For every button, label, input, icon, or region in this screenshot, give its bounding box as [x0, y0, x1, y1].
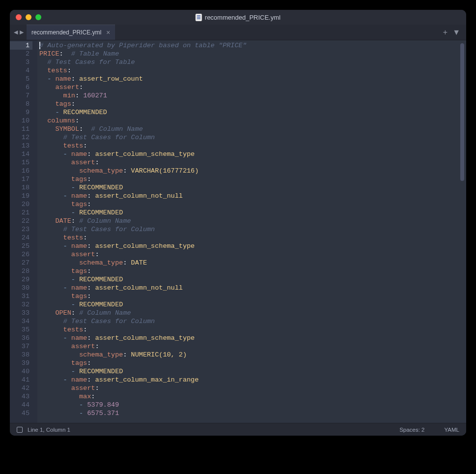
code-line[interactable]: # Auto-generated by Piperider based on t… — [39, 41, 466, 50]
token-key: tags — [71, 267, 87, 275]
token-key: tests — [63, 326, 84, 333]
code-line[interactable]: - RECOMMENDED — [39, 208, 466, 217]
token-punc: : — [87, 201, 91, 208]
minimize-window-button[interactable] — [26, 14, 31, 20]
cursor-position[interactable]: Line 1, Column 1 — [28, 427, 70, 433]
line-number: 26 — [10, 250, 32, 259]
code-line[interactable]: - RECOMMENDED — [39, 300, 466, 309]
code-line[interactable]: columns: — [39, 117, 466, 125]
line-number: 40 — [10, 367, 32, 376]
code-line[interactable]: schema_type: NUMERIC(10, 2) — [39, 351, 466, 359]
tab-menu-icon[interactable]: ▼ — [452, 28, 460, 37]
code-line[interactable]: tests: — [39, 142, 466, 150]
code-content[interactable]: # Auto-generated by Piperider based on t… — [37, 40, 466, 423]
code-line[interactable]: DATE: # Column Name — [39, 217, 466, 225]
code-line[interactable]: - name: assert_column_max_in_range — [39, 376, 466, 384]
tab-label: recommended_PRICE.yml — [31, 29, 101, 36]
code-line[interactable]: # Test Cases for Column — [39, 225, 466, 234]
token-plain — [39, 125, 55, 133]
code-line[interactable]: schema_type: DATE — [39, 259, 466, 267]
token-plain — [39, 385, 71, 392]
panel-toggle-icon[interactable] — [17, 427, 23, 433]
traffic-lights — [16, 14, 41, 20]
token-comment: # Column Name — [91, 125, 143, 133]
close-tab-icon[interactable]: × — [106, 29, 110, 36]
code-line[interactable]: schema_type: VARCHAR(16777216) — [39, 167, 466, 175]
code-line[interactable]: - name: assert_column_not_null — [39, 284, 466, 292]
token-plain — [39, 109, 55, 116]
file-tab[interactable]: recommended_PRICE.yml × — [27, 25, 115, 40]
token-plain — [39, 343, 71, 350]
code-line[interactable]: - RECOMMENDED — [39, 275, 466, 284]
token-key: assert — [71, 159, 95, 166]
token-key: OPEN — [55, 309, 71, 317]
code-line[interactable]: # Test Cases for Column — [39, 317, 466, 326]
code-line[interactable]: tests: — [39, 326, 466, 334]
code-line[interactable]: - name: assert_column_not_null — [39, 192, 466, 200]
code-line[interactable]: # Test Cases for Table — [39, 58, 466, 66]
code-line[interactable]: assert: — [39, 384, 466, 392]
code-line[interactable]: assert: — [39, 342, 466, 351]
token-plain — [39, 59, 47, 66]
code-line[interactable]: tags: — [39, 267, 466, 275]
token-plain — [39, 75, 47, 83]
code-line[interactable]: max: — [39, 392, 466, 401]
token-string: assert_column_schema_type — [95, 150, 195, 158]
code-line[interactable]: SYMBOL: # Column Name — [39, 125, 466, 133]
close-window-button[interactable] — [16, 14, 22, 20]
line-number: 8 — [10, 100, 32, 108]
code-line[interactable]: tags: — [39, 200, 466, 208]
code-line[interactable]: min: 160271 — [39, 91, 466, 100]
line-number: 9 — [10, 108, 32, 117]
token-plain — [39, 376, 63, 384]
token-plain — [39, 276, 71, 283]
line-number: 20 — [10, 200, 32, 208]
code-line[interactable]: - RECOMMENDED — [39, 183, 466, 192]
code-line[interactable]: tests: — [39, 234, 466, 242]
token-punc: : — [71, 217, 79, 225]
code-line[interactable]: assert: — [39, 83, 466, 91]
nav-back-icon[interactable]: ◀ — [14, 29, 18, 35]
code-editor[interactable]: 1234567891011121314151617181920212223242… — [10, 40, 466, 423]
token-string: VARCHAR(16777216) — [131, 167, 199, 175]
token-dash: - — [79, 401, 87, 409]
code-line[interactable]: OPEN: # Column Name — [39, 309, 466, 317]
code-line[interactable]: tags: — [39, 359, 466, 367]
line-number: 39 — [10, 359, 32, 367]
vertical-scrollbar[interactable] — [460, 43, 464, 181]
tabbar-actions: + ▼ — [443, 25, 466, 40]
code-line[interactable]: tags: — [39, 100, 466, 108]
token-num: 5379.849 — [87, 401, 119, 409]
code-line[interactable]: tags: — [39, 292, 466, 300]
code-line[interactable]: PRICE: # Table Name — [39, 50, 466, 58]
token-key: name — [71, 284, 87, 292]
maximize-window-button[interactable] — [35, 14, 41, 20]
token-punc: : — [60, 50, 63, 58]
code-line[interactable]: # Test Cases for Column — [39, 133, 466, 142]
code-line[interactable]: - name: assert_column_schema_type — [39, 150, 466, 158]
new-tab-icon[interactable]: + — [443, 28, 447, 37]
token-key: name — [71, 376, 87, 384]
code-line[interactable]: assert: — [39, 250, 466, 259]
line-number: 15 — [10, 158, 32, 167]
nav-forward-icon[interactable]: ▶ — [20, 29, 24, 35]
code-line[interactable]: - name: assert_column_schema_type — [39, 242, 466, 250]
code-line[interactable]: - 5379.849 — [39, 401, 466, 409]
language-mode[interactable]: YAML — [445, 427, 459, 433]
token-punc: : — [83, 234, 87, 241]
code-line[interactable]: - RECOMMENDED — [39, 367, 466, 376]
code-line[interactable]: - name: assert_column_schema_type — [39, 334, 466, 342]
indent-setting[interactable]: Spaces: 2 — [399, 427, 424, 433]
token-punc: : — [87, 176, 91, 183]
code-line[interactable]: - 6575.371 — [39, 409, 466, 417]
tabbar: ◀ ▶ recommended_PRICE.yml × + ▼ — [10, 25, 466, 40]
code-line[interactable]: assert: — [39, 158, 466, 167]
code-line[interactable]: tags: — [39, 175, 466, 183]
code-line[interactable]: - RECOMMENDED — [39, 108, 466, 117]
token-num: 160271 — [83, 92, 107, 99]
code-line[interactable]: tests: — [39, 66, 466, 75]
code-line[interactable]: - name: assert_row_count — [39, 75, 466, 83]
line-number: 18 — [10, 183, 32, 192]
token-key: columns — [47, 117, 75, 124]
token-punc: : — [95, 159, 99, 166]
